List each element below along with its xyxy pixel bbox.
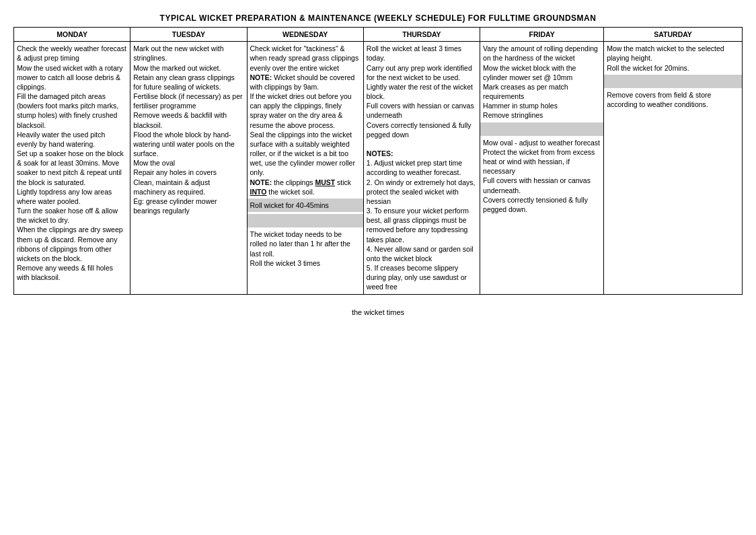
wed-grey-1: Roll wicket for 40-45mins bbox=[248, 199, 363, 212]
mon-text-6: Lightly topdress any low areas where wat… bbox=[17, 188, 112, 205]
page-title: TYPICAL WICKET PREPARATION & MAINTENANCE… bbox=[13, 13, 743, 23]
wed-text-3: Seal the clippings into the wicket surfa… bbox=[250, 131, 355, 177]
wed-note-2: NOTE: the clippings MUST stick INTO the … bbox=[250, 178, 352, 196]
thu-note-2: 2. On windy or extremely hot days, prote… bbox=[367, 178, 476, 205]
mon-text-5: Set up a soaker hose on the block & soak… bbox=[17, 149, 124, 186]
tue-text-9: Clean, maintain & adjust machinery as re… bbox=[133, 178, 210, 196]
mon-text-8: When the clippings are dry sweep them up… bbox=[17, 225, 123, 262]
footer-text: the wicket times bbox=[352, 308, 404, 316]
schedule-table: MONDAY TUESDAY WEDNESDAY THURSDAY FRIDAY… bbox=[13, 27, 743, 295]
header-monday: MONDAY bbox=[14, 28, 130, 42]
header-tuesday: TUESDAY bbox=[130, 28, 247, 42]
wed-text-5: Roll the wicket 3 times bbox=[250, 259, 320, 267]
wednesday-cell: Check wicket for "tackiness" & when read… bbox=[247, 42, 363, 294]
fri-text-7: Protect the wicket from from excess heat… bbox=[483, 148, 595, 175]
header-thursday: THURSDAY bbox=[363, 28, 480, 42]
thu-notes-header: NOTES: bbox=[367, 149, 393, 157]
thu-note-5: 5. If creases become slippery during pla… bbox=[367, 264, 467, 291]
fri-grey-1 bbox=[480, 122, 603, 136]
wed-grey-2 bbox=[248, 214, 363, 227]
friday-cell: Vary the amount of rolling depending on … bbox=[480, 42, 604, 294]
footer: the wicket times bbox=[13, 308, 743, 316]
thu-note-1: 1. Adjust wicket prep start time accordi… bbox=[367, 159, 462, 176]
fri-text-8: Full covers with hessian or canvas under… bbox=[483, 176, 591, 194]
mon-text-1: Check the weekly weather forecast & adju… bbox=[17, 44, 126, 62]
tue-text-7: Mow the oval bbox=[133, 159, 175, 167]
wed-text-1: Check wicket for "tackiness" & when read… bbox=[250, 44, 359, 71]
thu-text-5: Covers correctly tensioned & fully pegge… bbox=[367, 121, 471, 139]
wed-text-2: If the wicket dries out before you can a… bbox=[250, 92, 352, 129]
mon-text-7: Turn the soaker hose off & allow the wic… bbox=[17, 207, 118, 224]
wed-note-1: NOTE: bbox=[250, 73, 274, 81]
thu-text-3: Lightly water the rest of the wicket blo… bbox=[367, 83, 473, 100]
fri-text-9: Covers correctly tensioned & fully pegge… bbox=[483, 196, 588, 213]
tue-text-6: Flood the whole block by hand-watering u… bbox=[133, 131, 235, 157]
tue-text-1: Mark out the new wicket with stringlines… bbox=[133, 44, 223, 62]
thursday-cell: Roll the wicket at least 3 times today. … bbox=[363, 42, 480, 294]
mon-text-3: Fill the damaged pitch areas (bowlers fo… bbox=[17, 92, 118, 129]
header-saturday: SATURDAY bbox=[604, 28, 743, 42]
main-content-row: Check the weekly weather forecast & adju… bbox=[14, 42, 743, 294]
header-wednesday: WEDNESDAY bbox=[247, 28, 363, 42]
sat-grey-1 bbox=[604, 75, 742, 88]
tue-text-5: Remove weeds & backfill with blacksoil. bbox=[133, 111, 227, 129]
thu-text-4: Full covers with hessian or canvas under… bbox=[367, 102, 474, 119]
mon-text-9: Remove any weeds & fill holes with black… bbox=[17, 264, 113, 281]
tuesday-cell: Mark out the new wicket with stringlines… bbox=[130, 42, 247, 294]
fri-text-5: Remove stringlines bbox=[483, 111, 543, 119]
tue-text-8: Repair any holes in covers bbox=[133, 168, 217, 176]
thu-note-4: 4. Never allow sand or garden soil onto … bbox=[367, 245, 474, 262]
fri-text-1: Vary the amount of rolling depending on … bbox=[483, 44, 598, 62]
thu-note-3: 3. To ensure your wicket perform best, a… bbox=[367, 207, 469, 244]
wed-roll-1: Roll wicket for 40-45mins bbox=[250, 201, 329, 209]
fri-text-2: Mow the wicket block with the cylinder m… bbox=[483, 64, 576, 81]
sat-text-3: Remove covers from field & store accordi… bbox=[607, 91, 711, 108]
thu-text-1: Roll the wicket at least 3 times today. bbox=[367, 44, 461, 62]
header-friday: FRIDAY bbox=[480, 28, 604, 42]
tue-text-10: Eg: grease cylinder mower bearings regul… bbox=[133, 197, 217, 215]
fri-text-6: Mow oval - adjust to weather forecast bbox=[483, 139, 600, 147]
fri-text-3: Mark creases as per match requirements bbox=[483, 83, 568, 100]
tue-text-2: Mow the marked out wicket. bbox=[133, 64, 221, 72]
mon-text-4: Heavily water the used pitch evenly by h… bbox=[17, 131, 105, 148]
fri-text-4: Hammer in stump holes bbox=[483, 102, 558, 110]
mon-text-2: Mow the used wicket with a rotary mower … bbox=[17, 64, 123, 91]
tue-text-3: Retain any clean grass clippings for fut… bbox=[133, 73, 235, 91]
monday-cell: Check the weekly weather forecast & adju… bbox=[14, 42, 130, 294]
tue-text-4: Fertilise block (if necessary) as per fe… bbox=[133, 92, 242, 110]
saturday-cell: Mow the match wicket to the selected pla… bbox=[604, 42, 743, 294]
wed-text-4: The wicket today needs to be rolled no l… bbox=[250, 230, 350, 257]
sat-text-2: Roll the wicket for 20mins. bbox=[607, 64, 689, 72]
sat-text-1: Mow the match wicket to the selected pla… bbox=[607, 44, 724, 62]
thu-text-2: Carry out any prep work identified for t… bbox=[367, 64, 472, 81]
